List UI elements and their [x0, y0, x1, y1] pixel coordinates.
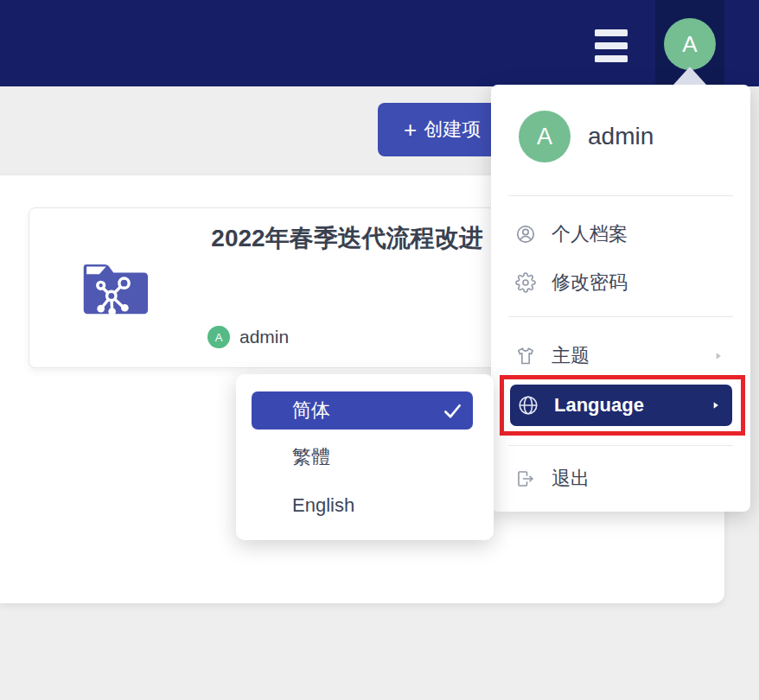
- menu-item-profile-label: 个人档案: [552, 221, 628, 247]
- menu-item-language-label: Language: [554, 394, 644, 417]
- user-dropdown-menu: A admin 个人档案 修改密码 主题: [491, 85, 750, 512]
- language-option-english-label: English: [292, 494, 354, 517]
- tshirt-icon: [515, 346, 536, 366]
- menu-item-theme[interactable]: 主题: [491, 336, 750, 376]
- chevron-right-icon: [712, 350, 724, 362]
- menu-item-password-label: 修改密码: [552, 270, 628, 296]
- owner-name: admin: [239, 327, 289, 347]
- language-option-simplified-label: 简体: [292, 398, 330, 423]
- language-option-simplified[interactable]: 简体: [252, 391, 473, 430]
- divider: [508, 195, 733, 196]
- globe-icon: [517, 394, 539, 417]
- create-project-label: 创建项: [424, 117, 481, 143]
- user-icon: [515, 224, 536, 245]
- dropdown-username: admin: [588, 123, 654, 150]
- checkmark-icon: [443, 401, 462, 421]
- dropdown-caret: [673, 67, 706, 85]
- divider: [508, 445, 733, 446]
- language-option-english[interactable]: English: [236, 487, 494, 525]
- language-option-traditional-label: 繁體: [292, 444, 330, 470]
- menu-item-theme-label: 主题: [552, 343, 590, 369]
- logout-icon: [515, 468, 536, 489]
- project-folder-icon: [77, 253, 155, 324]
- menu-item-password[interactable]: 修改密码: [491, 263, 750, 302]
- menu-item-language[interactable]: Language: [510, 385, 732, 426]
- project-owner: A admin: [207, 326, 289, 348]
- menu-item-logout[interactable]: 退出: [491, 459, 750, 499]
- app-root: A + 创建项 2022年春季迭代流程改进: [0, 0, 759, 700]
- menu-item-logout-label: 退出: [552, 466, 590, 492]
- language-submenu: 简体 繁體 English: [236, 374, 494, 540]
- owner-avatar: A: [207, 326, 230, 348]
- language-option-traditional[interactable]: 繁體: [236, 438, 494, 476]
- dropdown-user-avatar: A: [519, 111, 571, 162]
- app-header: A: [0, 0, 759, 86]
- owner-avatar-letter: A: [215, 331, 223, 344]
- menu-item-profile[interactable]: 个人档案: [491, 214, 750, 254]
- plus-icon: +: [404, 118, 417, 141]
- header-user-avatar[interactable]: A: [664, 18, 716, 70]
- gear-icon: [515, 272, 536, 293]
- dropdown-avatar-letter: A: [537, 124, 552, 150]
- dropdown-user-row: A admin: [491, 111, 750, 162]
- hamburger-menu-icon[interactable]: [595, 29, 628, 68]
- divider: [508, 316, 733, 317]
- chevron-right-icon: [710, 399, 722, 411]
- avatar-letter: A: [682, 31, 697, 58]
